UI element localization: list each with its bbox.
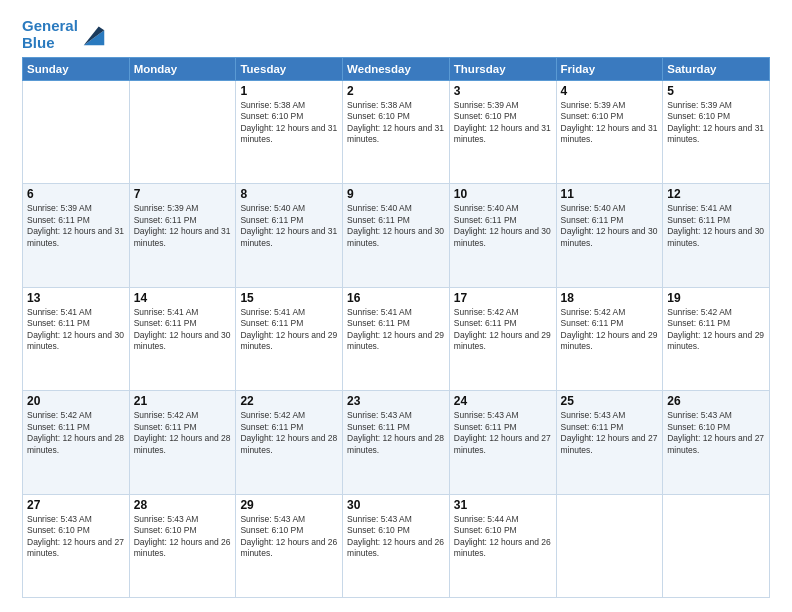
weekday-header-friday: Friday (556, 58, 663, 81)
day-number: 11 (561, 187, 659, 201)
day-number: 20 (27, 394, 125, 408)
calendar-cell: 31Sunrise: 5:44 AMSunset: 6:10 PMDayligh… (449, 494, 556, 597)
day-info: Sunrise: 5:41 AMSunset: 6:11 PMDaylight:… (134, 307, 232, 353)
day-number: 18 (561, 291, 659, 305)
calendar-cell (556, 494, 663, 597)
day-info: Sunrise: 5:41 AMSunset: 6:11 PMDaylight:… (667, 203, 765, 249)
day-number: 10 (454, 187, 552, 201)
day-info: Sunrise: 5:41 AMSunset: 6:11 PMDaylight:… (347, 307, 445, 353)
calendar-cell: 28Sunrise: 5:43 AMSunset: 6:10 PMDayligh… (129, 494, 236, 597)
day-info: Sunrise: 5:38 AMSunset: 6:10 PMDaylight:… (240, 100, 338, 146)
calendar-cell: 18Sunrise: 5:42 AMSunset: 6:11 PMDayligh… (556, 287, 663, 390)
logo-icon (80, 21, 108, 49)
calendar-cell: 14Sunrise: 5:41 AMSunset: 6:11 PMDayligh… (129, 287, 236, 390)
page: General Blue SundayMondayTuesdayWednesda… (0, 0, 792, 612)
day-info: Sunrise: 5:44 AMSunset: 6:10 PMDaylight:… (454, 514, 552, 560)
day-number: 23 (347, 394, 445, 408)
calendar-cell: 10Sunrise: 5:40 AMSunset: 6:11 PMDayligh… (449, 184, 556, 287)
day-info: Sunrise: 5:41 AMSunset: 6:11 PMDaylight:… (240, 307, 338, 353)
calendar-cell: 8Sunrise: 5:40 AMSunset: 6:11 PMDaylight… (236, 184, 343, 287)
day-info: Sunrise: 5:39 AMSunset: 6:11 PMDaylight:… (27, 203, 125, 249)
calendar-cell: 11Sunrise: 5:40 AMSunset: 6:11 PMDayligh… (556, 184, 663, 287)
day-number: 13 (27, 291, 125, 305)
calendar-cell: 26Sunrise: 5:43 AMSunset: 6:10 PMDayligh… (663, 391, 770, 494)
day-info: Sunrise: 5:43 AMSunset: 6:10 PMDaylight:… (27, 514, 125, 560)
day-number: 25 (561, 394, 659, 408)
calendar-table: SundayMondayTuesdayWednesdayThursdayFrid… (22, 57, 770, 598)
day-number: 30 (347, 498, 445, 512)
day-info: Sunrise: 5:40 AMSunset: 6:11 PMDaylight:… (347, 203, 445, 249)
day-info: Sunrise: 5:40 AMSunset: 6:11 PMDaylight:… (240, 203, 338, 249)
day-info: Sunrise: 5:43 AMSunset: 6:11 PMDaylight:… (347, 410, 445, 456)
day-info: Sunrise: 5:42 AMSunset: 6:11 PMDaylight:… (134, 410, 232, 456)
logo-text: General Blue (22, 18, 78, 51)
day-info: Sunrise: 5:42 AMSunset: 6:11 PMDaylight:… (240, 410, 338, 456)
day-number: 28 (134, 498, 232, 512)
day-info: Sunrise: 5:39 AMSunset: 6:11 PMDaylight:… (134, 203, 232, 249)
day-number: 2 (347, 84, 445, 98)
day-number: 16 (347, 291, 445, 305)
logo: General Blue (22, 18, 108, 51)
calendar-cell: 20Sunrise: 5:42 AMSunset: 6:11 PMDayligh… (23, 391, 130, 494)
weekday-header-tuesday: Tuesday (236, 58, 343, 81)
day-info: Sunrise: 5:42 AMSunset: 6:11 PMDaylight:… (667, 307, 765, 353)
day-info: Sunrise: 5:43 AMSunset: 6:11 PMDaylight:… (561, 410, 659, 456)
calendar-cell: 24Sunrise: 5:43 AMSunset: 6:11 PMDayligh… (449, 391, 556, 494)
calendar-cell: 13Sunrise: 5:41 AMSunset: 6:11 PMDayligh… (23, 287, 130, 390)
day-number: 29 (240, 498, 338, 512)
day-number: 17 (454, 291, 552, 305)
day-number: 21 (134, 394, 232, 408)
day-number: 14 (134, 291, 232, 305)
day-info: Sunrise: 5:43 AMSunset: 6:10 PMDaylight:… (667, 410, 765, 456)
weekday-header-saturday: Saturday (663, 58, 770, 81)
calendar-cell: 27Sunrise: 5:43 AMSunset: 6:10 PMDayligh… (23, 494, 130, 597)
day-number: 6 (27, 187, 125, 201)
calendar-cell: 6Sunrise: 5:39 AMSunset: 6:11 PMDaylight… (23, 184, 130, 287)
day-info: Sunrise: 5:39 AMSunset: 6:10 PMDaylight:… (561, 100, 659, 146)
calendar-cell: 1Sunrise: 5:38 AMSunset: 6:10 PMDaylight… (236, 81, 343, 184)
day-info: Sunrise: 5:42 AMSunset: 6:11 PMDaylight:… (27, 410, 125, 456)
day-info: Sunrise: 5:39 AMSunset: 6:10 PMDaylight:… (454, 100, 552, 146)
day-number: 24 (454, 394, 552, 408)
weekday-header-sunday: Sunday (23, 58, 130, 81)
day-number: 15 (240, 291, 338, 305)
day-info: Sunrise: 5:39 AMSunset: 6:10 PMDaylight:… (667, 100, 765, 146)
day-number: 5 (667, 84, 765, 98)
calendar-cell: 7Sunrise: 5:39 AMSunset: 6:11 PMDaylight… (129, 184, 236, 287)
day-number: 22 (240, 394, 338, 408)
day-number: 19 (667, 291, 765, 305)
day-info: Sunrise: 5:38 AMSunset: 6:10 PMDaylight:… (347, 100, 445, 146)
calendar-cell: 25Sunrise: 5:43 AMSunset: 6:11 PMDayligh… (556, 391, 663, 494)
title-block (108, 18, 770, 20)
header: General Blue (22, 18, 770, 51)
calendar-cell: 21Sunrise: 5:42 AMSunset: 6:11 PMDayligh… (129, 391, 236, 494)
calendar-cell: 22Sunrise: 5:42 AMSunset: 6:11 PMDayligh… (236, 391, 343, 494)
calendar-cell: 29Sunrise: 5:43 AMSunset: 6:10 PMDayligh… (236, 494, 343, 597)
day-info: Sunrise: 5:40 AMSunset: 6:11 PMDaylight:… (561, 203, 659, 249)
day-number: 4 (561, 84, 659, 98)
day-number: 31 (454, 498, 552, 512)
calendar-cell: 4Sunrise: 5:39 AMSunset: 6:10 PMDaylight… (556, 81, 663, 184)
day-info: Sunrise: 5:43 AMSunset: 6:10 PMDaylight:… (240, 514, 338, 560)
calendar-cell: 19Sunrise: 5:42 AMSunset: 6:11 PMDayligh… (663, 287, 770, 390)
calendar-cell: 30Sunrise: 5:43 AMSunset: 6:10 PMDayligh… (343, 494, 450, 597)
day-info: Sunrise: 5:43 AMSunset: 6:10 PMDaylight:… (347, 514, 445, 560)
day-number: 26 (667, 394, 765, 408)
day-info: Sunrise: 5:43 AMSunset: 6:11 PMDaylight:… (454, 410, 552, 456)
weekday-header-monday: Monday (129, 58, 236, 81)
calendar-cell: 23Sunrise: 5:43 AMSunset: 6:11 PMDayligh… (343, 391, 450, 494)
calendar-cell (663, 494, 770, 597)
calendar-cell: 9Sunrise: 5:40 AMSunset: 6:11 PMDaylight… (343, 184, 450, 287)
day-info: Sunrise: 5:42 AMSunset: 6:11 PMDaylight:… (454, 307, 552, 353)
day-info: Sunrise: 5:41 AMSunset: 6:11 PMDaylight:… (27, 307, 125, 353)
day-number: 7 (134, 187, 232, 201)
day-number: 9 (347, 187, 445, 201)
day-info: Sunrise: 5:43 AMSunset: 6:10 PMDaylight:… (134, 514, 232, 560)
day-number: 27 (27, 498, 125, 512)
weekday-header-wednesday: Wednesday (343, 58, 450, 81)
calendar-cell: 5Sunrise: 5:39 AMSunset: 6:10 PMDaylight… (663, 81, 770, 184)
calendar-cell: 17Sunrise: 5:42 AMSunset: 6:11 PMDayligh… (449, 287, 556, 390)
weekday-header-thursday: Thursday (449, 58, 556, 81)
calendar-cell (129, 81, 236, 184)
calendar-cell (23, 81, 130, 184)
